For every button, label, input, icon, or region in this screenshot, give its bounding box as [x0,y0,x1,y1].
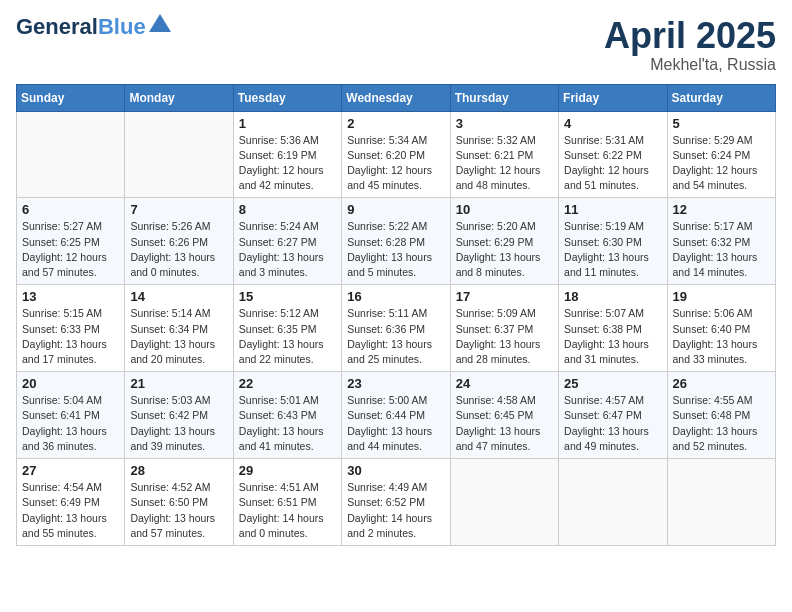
day-number: 11 [564,202,661,217]
calendar-cell: 1Sunrise: 5:36 AMSunset: 6:19 PMDaylight… [233,111,341,198]
calendar-cell: 16Sunrise: 5:11 AMSunset: 6:36 PMDayligh… [342,285,450,372]
calendar-cell: 17Sunrise: 5:09 AMSunset: 6:37 PMDayligh… [450,285,558,372]
calendar-table: SundayMondayTuesdayWednesdayThursdayFrid… [16,84,776,546]
calendar-cell: 14Sunrise: 5:14 AMSunset: 6:34 PMDayligh… [125,285,233,372]
day-number: 3 [456,116,553,131]
day-number: 15 [239,289,336,304]
title-area: April 2025 Mekhel'ta, Russia [604,16,776,74]
day-number: 20 [22,376,119,391]
calendar-cell: 5Sunrise: 5:29 AMSunset: 6:24 PMDaylight… [667,111,775,198]
day-number: 17 [456,289,553,304]
calendar-cell: 21Sunrise: 5:03 AMSunset: 6:42 PMDayligh… [125,372,233,459]
day-number: 30 [347,463,444,478]
calendar-week-2: 6Sunrise: 5:27 AMSunset: 6:25 PMDaylight… [17,198,776,285]
day-info: Sunrise: 4:52 AMSunset: 6:50 PMDaylight:… [130,480,227,541]
day-number: 1 [239,116,336,131]
day-number: 25 [564,376,661,391]
calendar-cell: 10Sunrise: 5:20 AMSunset: 6:29 PMDayligh… [450,198,558,285]
day-info: Sunrise: 5:20 AMSunset: 6:29 PMDaylight:… [456,219,553,280]
calendar-cell [450,459,558,546]
calendar-cell: 26Sunrise: 4:55 AMSunset: 6:48 PMDayligh… [667,372,775,459]
calendar-cell: 29Sunrise: 4:51 AMSunset: 6:51 PMDayligh… [233,459,341,546]
weekday-tuesday: Tuesday [233,84,341,111]
day-number: 13 [22,289,119,304]
day-number: 16 [347,289,444,304]
day-info: Sunrise: 5:19 AMSunset: 6:30 PMDaylight:… [564,219,661,280]
calendar-cell: 7Sunrise: 5:26 AMSunset: 6:26 PMDaylight… [125,198,233,285]
day-info: Sunrise: 5:06 AMSunset: 6:40 PMDaylight:… [673,306,770,367]
calendar-cell: 4Sunrise: 5:31 AMSunset: 6:22 PMDaylight… [559,111,667,198]
day-number: 28 [130,463,227,478]
calendar-cell: 2Sunrise: 5:34 AMSunset: 6:20 PMDaylight… [342,111,450,198]
svg-marker-0 [149,14,171,32]
calendar-cell: 30Sunrise: 4:49 AMSunset: 6:52 PMDayligh… [342,459,450,546]
day-number: 26 [673,376,770,391]
day-number: 4 [564,116,661,131]
day-number: 8 [239,202,336,217]
day-info: Sunrise: 4:54 AMSunset: 6:49 PMDaylight:… [22,480,119,541]
day-info: Sunrise: 5:31 AMSunset: 6:22 PMDaylight:… [564,133,661,194]
day-info: Sunrise: 5:11 AMSunset: 6:36 PMDaylight:… [347,306,444,367]
header: GeneralBlue April 2025 Mekhel'ta, Russia [16,16,776,74]
day-info: Sunrise: 5:32 AMSunset: 6:21 PMDaylight:… [456,133,553,194]
calendar-cell: 11Sunrise: 5:19 AMSunset: 6:30 PMDayligh… [559,198,667,285]
day-info: Sunrise: 5:14 AMSunset: 6:34 PMDaylight:… [130,306,227,367]
day-info: Sunrise: 5:24 AMSunset: 6:27 PMDaylight:… [239,219,336,280]
day-info: Sunrise: 5:09 AMSunset: 6:37 PMDaylight:… [456,306,553,367]
day-number: 5 [673,116,770,131]
day-info: Sunrise: 5:36 AMSunset: 6:19 PMDaylight:… [239,133,336,194]
logo-icon [149,14,171,32]
calendar-cell [17,111,125,198]
day-number: 14 [130,289,227,304]
day-info: Sunrise: 5:15 AMSunset: 6:33 PMDaylight:… [22,306,119,367]
day-info: Sunrise: 5:04 AMSunset: 6:41 PMDaylight:… [22,393,119,454]
logo: GeneralBlue [16,16,171,38]
day-info: Sunrise: 5:07 AMSunset: 6:38 PMDaylight:… [564,306,661,367]
day-number: 27 [22,463,119,478]
calendar-body: 1Sunrise: 5:36 AMSunset: 6:19 PMDaylight… [17,111,776,545]
calendar-cell: 28Sunrise: 4:52 AMSunset: 6:50 PMDayligh… [125,459,233,546]
calendar-week-3: 13Sunrise: 5:15 AMSunset: 6:33 PMDayligh… [17,285,776,372]
day-info: Sunrise: 5:01 AMSunset: 6:43 PMDaylight:… [239,393,336,454]
logo-text: GeneralBlue [16,16,146,38]
day-number: 10 [456,202,553,217]
day-number: 29 [239,463,336,478]
day-number: 24 [456,376,553,391]
calendar-week-1: 1Sunrise: 5:36 AMSunset: 6:19 PMDaylight… [17,111,776,198]
calendar-cell: 3Sunrise: 5:32 AMSunset: 6:21 PMDaylight… [450,111,558,198]
day-info: Sunrise: 4:57 AMSunset: 6:47 PMDaylight:… [564,393,661,454]
day-number: 19 [673,289,770,304]
month-title: April 2025 [604,16,776,56]
calendar-cell: 20Sunrise: 5:04 AMSunset: 6:41 PMDayligh… [17,372,125,459]
calendar-cell: 6Sunrise: 5:27 AMSunset: 6:25 PMDaylight… [17,198,125,285]
day-number: 22 [239,376,336,391]
day-info: Sunrise: 5:34 AMSunset: 6:20 PMDaylight:… [347,133,444,194]
calendar-cell: 9Sunrise: 5:22 AMSunset: 6:28 PMDaylight… [342,198,450,285]
calendar-cell [125,111,233,198]
day-info: Sunrise: 4:51 AMSunset: 6:51 PMDaylight:… [239,480,336,541]
day-number: 12 [673,202,770,217]
calendar-cell: 15Sunrise: 5:12 AMSunset: 6:35 PMDayligh… [233,285,341,372]
day-number: 7 [130,202,227,217]
day-info: Sunrise: 4:58 AMSunset: 6:45 PMDaylight:… [456,393,553,454]
calendar-cell: 18Sunrise: 5:07 AMSunset: 6:38 PMDayligh… [559,285,667,372]
day-number: 6 [22,202,119,217]
day-number: 23 [347,376,444,391]
calendar-cell: 27Sunrise: 4:54 AMSunset: 6:49 PMDayligh… [17,459,125,546]
day-number: 21 [130,376,227,391]
calendar-header: SundayMondayTuesdayWednesdayThursdayFrid… [17,84,776,111]
calendar-cell: 8Sunrise: 5:24 AMSunset: 6:27 PMDaylight… [233,198,341,285]
calendar-week-4: 20Sunrise: 5:04 AMSunset: 6:41 PMDayligh… [17,372,776,459]
calendar-cell: 19Sunrise: 5:06 AMSunset: 6:40 PMDayligh… [667,285,775,372]
day-number: 9 [347,202,444,217]
day-info: Sunrise: 5:27 AMSunset: 6:25 PMDaylight:… [22,219,119,280]
calendar-cell: 22Sunrise: 5:01 AMSunset: 6:43 PMDayligh… [233,372,341,459]
calendar-cell: 12Sunrise: 5:17 AMSunset: 6:32 PMDayligh… [667,198,775,285]
day-info: Sunrise: 5:00 AMSunset: 6:44 PMDaylight:… [347,393,444,454]
day-info: Sunrise: 5:29 AMSunset: 6:24 PMDaylight:… [673,133,770,194]
calendar-cell: 23Sunrise: 5:00 AMSunset: 6:44 PMDayligh… [342,372,450,459]
day-info: Sunrise: 5:22 AMSunset: 6:28 PMDaylight:… [347,219,444,280]
calendar-cell [667,459,775,546]
calendar-cell [559,459,667,546]
day-info: Sunrise: 4:49 AMSunset: 6:52 PMDaylight:… [347,480,444,541]
